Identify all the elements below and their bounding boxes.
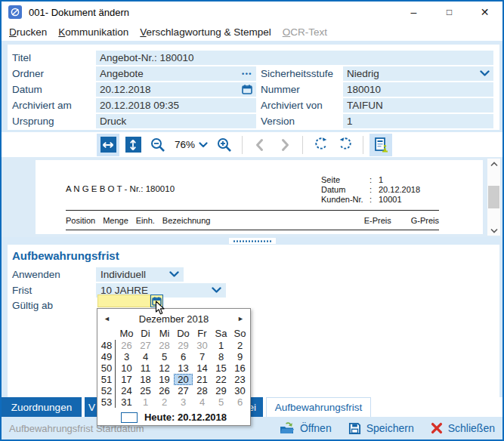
ordner-browse-icon[interactable]: •••: [242, 70, 252, 78]
calendar-day[interactable]: 7: [193, 351, 212, 362]
calendar-day[interactable]: 27: [136, 340, 155, 351]
archiviert-am-label: Archiviert am: [12, 98, 72, 113]
chevron-down-icon[interactable]: [169, 271, 179, 278]
calendar-day[interactable]: 10: [117, 362, 136, 374]
calendar-day[interactable]: 28: [193, 385, 212, 396]
calendar-day[interactable]: 5: [212, 396, 230, 408]
calendar-weekday-header: Sa: [212, 327, 230, 340]
anwenden-select[interactable]: Individuell: [96, 267, 184, 282]
calendar-day-selected[interactable]: 20: [174, 374, 193, 385]
calendar-day[interactable]: 29: [212, 385, 230, 396]
calendar-weekday-header: Di: [136, 327, 155, 340]
gueltig-ab-input[interactable]: [97, 295, 150, 307]
minimize-button[interactable]: –: [396, 2, 431, 23]
sicherheitsstufe-select[interactable]: Niedrig: [343, 66, 493, 81]
rotate-ccw-button[interactable]: [309, 134, 332, 156]
nummer-field: 180010: [343, 82, 493, 97]
calendar-day[interactable]: 26: [117, 340, 136, 351]
prev-month-icon[interactable]: ◄: [104, 315, 113, 322]
maximize-button[interactable]: □: [431, 2, 467, 23]
tab-aufbewahrungsfrist[interactable]: Aufbewahrungsfrist: [266, 397, 371, 417]
title-bar: 001- Dokument ändern – □ ✕: [2, 2, 502, 23]
calendar-day[interactable]: 30: [193, 340, 212, 351]
titel-field[interactable]: Angebot-Nr.: 180010: [96, 51, 493, 65]
fit-height-button[interactable]: [122, 134, 144, 156]
today-label[interactable]: Heute: 20.12.2018: [144, 412, 227, 423]
calendar-day[interactable]: 5: [155, 351, 174, 362]
chevron-down-icon[interactable]: [480, 70, 490, 77]
menu-verschlagwortung-stempel[interactable]: Verschlagwortung & Stempel: [140, 26, 271, 38]
ursprung-field: Druck: [96, 114, 256, 128]
calendar-day[interactable]: 30: [230, 385, 249, 396]
calendar-day[interactable]: 23: [230, 374, 249, 385]
zoom-level-dropdown[interactable]: 76%: [172, 139, 211, 150]
calendar-month-title: Dezember 2018: [113, 313, 235, 325]
version-label: Version: [261, 114, 295, 128]
stamp-document-button[interactable]: [369, 134, 392, 156]
calendar-day[interactable]: 12: [155, 362, 174, 374]
datum-label: Datum: [12, 82, 42, 97]
splitter-grip[interactable]: [229, 238, 276, 244]
close-button[interactable]: ✕: [467, 2, 502, 23]
close-x-icon: [431, 422, 443, 434]
doc-title-line: A N G E B O T - Nr.: 180010: [66, 184, 175, 193]
calendar-day[interactable]: 28: [155, 340, 174, 351]
zoom-in-button[interactable]: [213, 134, 236, 156]
calendar-day[interactable]: 26: [155, 385, 174, 396]
calendar-day[interactable]: 21: [193, 374, 212, 385]
fit-width-button[interactable]: [97, 134, 119, 156]
next-month-icon[interactable]: ►: [235, 315, 244, 322]
scroll-down-icon[interactable]: [490, 225, 498, 236]
calendar-day[interactable]: 6: [230, 396, 249, 408]
calendar-day[interactable]: 13: [174, 362, 193, 374]
calendar-day[interactable]: 22: [212, 374, 230, 385]
calendar-day[interactable]: 2: [230, 340, 249, 351]
calendar-day[interactable]: 9: [230, 351, 249, 362]
calendar-week-number: 52: [98, 385, 116, 396]
chevron-down-icon: [199, 142, 208, 148]
calendar-corner-cell: [98, 327, 117, 340]
calendar-day[interactable]: 3: [174, 396, 193, 408]
calendar-day[interactable]: 15: [212, 362, 230, 374]
calendar-day[interactable]: 11: [136, 362, 155, 374]
calendar-day[interactable]: 31: [117, 396, 136, 408]
scrollbar-thumb[interactable]: [488, 186, 499, 208]
anwenden-label: Anwenden: [12, 267, 60, 282]
calendar-day[interactable]: 3: [117, 351, 136, 362]
calendar-day[interactable]: 29: [174, 340, 193, 351]
calendar-day[interactable]: 18: [136, 374, 155, 385]
menu-kommunikation[interactable]: Kommunikation: [58, 26, 128, 38]
preview-scrollbar[interactable]: [487, 159, 500, 236]
datum-field[interactable]: 20.12.2018: [96, 82, 256, 97]
calendar-day[interactable]: 4: [136, 351, 155, 362]
menu-drucken[interactable]: Drucken: [9, 26, 47, 38]
calendar-day[interactable]: 17: [117, 374, 136, 385]
tab-zuordnungen[interactable]: Zuordnungen: [2, 397, 82, 417]
zoom-out-button[interactable]: [147, 134, 169, 156]
document-preview-area: A N G E B O T - Nr.: 180010 Seite:1 Datu…: [2, 157, 502, 237]
calendar-week-number: 48: [98, 340, 116, 351]
calendar-day[interactable]: 19: [155, 374, 174, 385]
calendar-day[interactable]: 14: [193, 362, 212, 374]
rotate-cw-button[interactable]: [334, 134, 357, 156]
frist-label: Frist: [12, 283, 32, 298]
calendar-day[interactable]: 27: [174, 385, 193, 396]
calendar-day[interactable]: 1: [136, 396, 155, 408]
calendar-day[interactable]: 24: [117, 385, 136, 396]
close-dialog-button[interactable]: Schließen: [431, 422, 495, 434]
save-button[interactable]: Speichern: [348, 422, 414, 435]
open-button[interactable]: Öffnen: [280, 422, 332, 435]
scroll-up-icon[interactable]: [490, 159, 498, 169]
calendar-day[interactable]: 16: [230, 362, 249, 374]
calendar-day[interactable]: 6: [174, 351, 193, 362]
datum-calendar-icon[interactable]: [242, 85, 252, 94]
calendar-day[interactable]: 2: [155, 396, 174, 408]
ordner-field[interactable]: Angebote •••: [96, 66, 256, 81]
calendar-day[interactable]: 25: [136, 385, 155, 396]
next-page-button: [274, 134, 296, 156]
chevron-down-icon[interactable]: [212, 287, 221, 294]
calendar-nav: ◄ Dezember 2018 ►: [97, 309, 250, 327]
calendar-day[interactable]: 1: [212, 340, 230, 351]
calendar-day[interactable]: 8: [212, 351, 230, 362]
calendar-day[interactable]: 4: [193, 396, 212, 408]
